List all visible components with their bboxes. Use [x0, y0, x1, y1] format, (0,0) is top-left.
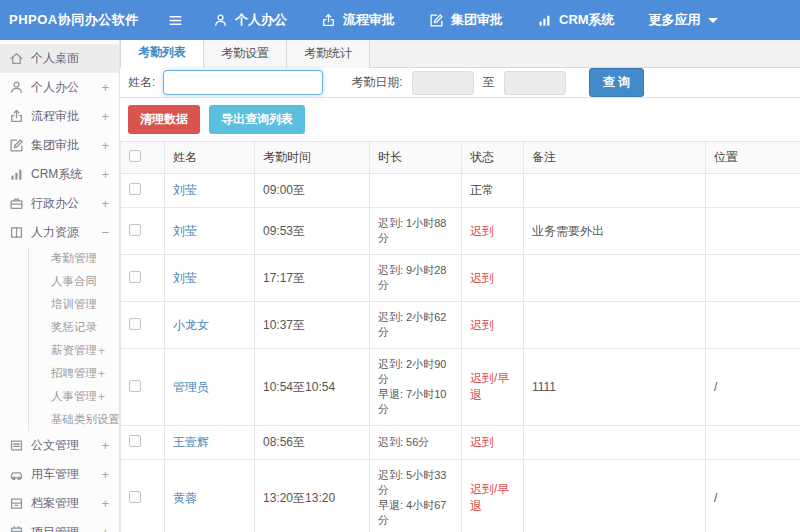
remark-cell [524, 174, 706, 208]
location-cell: / [706, 460, 800, 532]
row-checkbox[interactable] [129, 435, 141, 447]
duration-cell: 迟到: 1小时88分 [370, 208, 462, 255]
table-row: 王壹辉08:56至迟到: 56分迟到 [121, 426, 800, 460]
duration-line: 迟到: 5小时33分 [378, 468, 457, 498]
employee-name-link[interactable]: 刘莹 [173, 183, 197, 197]
sidebar-sub-item[interactable]: 人事合同 [29, 270, 119, 293]
sidebar-item[interactable]: 项目管理+ [0, 518, 119, 532]
tab-attendance-statistics[interactable]: 考勤统计 [287, 40, 370, 68]
tab-attendance-list[interactable]: 考勤列表 [120, 40, 204, 68]
duration-cell: 迟到: 2小时62分 [370, 302, 462, 349]
row-checkbox[interactable] [129, 380, 141, 392]
sidebar-item-label: 人力资源 [31, 224, 99, 241]
col-header-remark: 备注 [524, 142, 706, 174]
remark-cell: 1111 [524, 349, 706, 426]
expand-icon[interactable]: + [99, 109, 109, 124]
nav-item[interactable]: 集团审批 [429, 11, 503, 29]
sidebar-sub-item[interactable]: 考勤管理 [29, 247, 119, 270]
collapse-icon[interactable]: − [99, 225, 109, 240]
expand-icon[interactable]: + [98, 390, 105, 404]
tab-attendance-settings[interactable]: 考勤设置 [204, 40, 287, 68]
employee-name-link[interactable]: 刘莹 [173, 271, 197, 285]
employee-name-link[interactable]: 小龙女 [173, 318, 209, 332]
expand-icon[interactable]: + [98, 367, 105, 381]
expand-icon[interactable]: + [99, 496, 109, 511]
user-icon [213, 13, 228, 28]
row-checkbox[interactable] [129, 271, 141, 283]
nav-item[interactable]: 更多应用 [649, 11, 718, 29]
nav-item[interactable]: 流程审批 [321, 11, 395, 29]
sidebar-item[interactable]: 个人桌面 [0, 44, 119, 73]
sidebar-sub-item[interactable]: 基础类别设置+ [29, 408, 119, 431]
sidebar-item[interactable]: 个人办公+ [0, 73, 119, 102]
remark-cell [524, 302, 706, 349]
sidebar-item-label: 行政办公 [31, 195, 99, 212]
sidebar-sub-item[interactable]: 培训管理 [29, 293, 119, 316]
sidebar-sub-item[interactable]: 奖惩记录 [29, 316, 119, 339]
sidebar-sub-item[interactable]: 招聘管理+ [29, 362, 119, 385]
location-cell [706, 426, 800, 460]
status-badge: 正常 [470, 183, 494, 197]
sidebar-item-label: 公文管理 [31, 437, 99, 454]
sidebar-item[interactable]: 集团审批+ [0, 131, 119, 160]
row-checkbox[interactable] [129, 491, 141, 503]
edit-icon [9, 138, 24, 153]
clean-data-button[interactable]: 清理数据 [128, 105, 200, 134]
sidebar-sub-item[interactable]: 薪资管理+ [29, 339, 119, 362]
nav-item[interactable]: CRM系统 [537, 11, 615, 29]
sidebar-item[interactable]: 档案管理+ [0, 489, 119, 518]
attendance-time-cell: 10:54至10:54 [255, 349, 370, 426]
caret-down-icon [708, 18, 718, 23]
employee-name-link[interactable]: 管理员 [173, 380, 209, 394]
duration-line: 早退: 7小时10分 [378, 387, 457, 417]
nav-item[interactable]: 个人办公 [213, 11, 287, 29]
chart-icon [9, 167, 24, 182]
employee-name-link[interactable]: 王壹辉 [173, 435, 209, 449]
sidebar-item[interactable]: 人力资源− [0, 218, 119, 247]
employee-name-link[interactable]: 刘莹 [173, 224, 197, 238]
expand-icon[interactable]: + [99, 196, 109, 211]
duration-line: 迟到: 2小时90分 [378, 357, 457, 387]
sidebar-item-label: 个人桌面 [31, 50, 99, 67]
sidebar-item[interactable]: CRM系统+ [0, 160, 119, 189]
sidebar-item-label: 项目管理 [31, 524, 99, 532]
name-input[interactable] [163, 70, 323, 95]
sidebar-sub-item-label: 人事合同 [51, 274, 97, 289]
expand-icon[interactable]: + [99, 467, 109, 482]
table-row: 刘莹09:00至正常 [121, 174, 800, 208]
sidebar-item[interactable]: 用车管理+ [0, 460, 119, 489]
sidebar-sub-item[interactable]: 人事管理+ [29, 385, 119, 408]
expand-icon[interactable]: + [99, 525, 109, 532]
date-to-input[interactable] [504, 71, 566, 95]
query-button[interactable]: 查 询 [589, 68, 644, 97]
row-checkbox[interactable] [129, 224, 141, 236]
date-to-label: 至 [483, 74, 495, 91]
expand-icon[interactable]: + [99, 80, 109, 95]
select-all-checkbox[interactable] [129, 150, 141, 162]
expand-icon[interactable]: + [99, 138, 109, 153]
expand-icon[interactable]: + [99, 167, 109, 182]
nav-item-label: 更多应用 [649, 11, 701, 29]
home-icon [9, 51, 24, 66]
sidebar-item[interactable]: 公文管理+ [0, 431, 119, 460]
sidebar-item[interactable]: 行政办公+ [0, 189, 119, 218]
attendance-time-cell: 10:37至 [255, 302, 370, 349]
duration-cell: 迟到: 56分 [370, 426, 462, 460]
user-icon [9, 80, 24, 95]
export-list-button[interactable]: 导出查询列表 [209, 105, 305, 134]
hamburger-menu-icon[interactable] [168, 13, 183, 28]
top-nav: 个人办公流程审批集团审批CRM系统更多应用 [213, 11, 752, 29]
employee-name-link[interactable]: 黄蓉 [173, 491, 197, 505]
sidebar-sub-item-label: 考勤管理 [51, 251, 97, 266]
row-checkbox[interactable] [129, 183, 141, 195]
approval-icon [321, 13, 336, 28]
expand-icon[interactable]: + [99, 438, 109, 453]
sidebar-item[interactable]: 流程审批+ [0, 102, 119, 131]
remark-cell [524, 255, 706, 302]
date-from-input[interactable] [412, 71, 474, 95]
project-icon [9, 525, 24, 532]
row-checkbox[interactable] [129, 318, 141, 330]
sidebar-sub-list: 考勤管理人事合同培训管理奖惩记录薪资管理+招聘管理+人事管理+基础类别设置+ [28, 247, 119, 431]
expand-icon[interactable]: + [98, 344, 105, 358]
archive-icon [9, 496, 24, 511]
